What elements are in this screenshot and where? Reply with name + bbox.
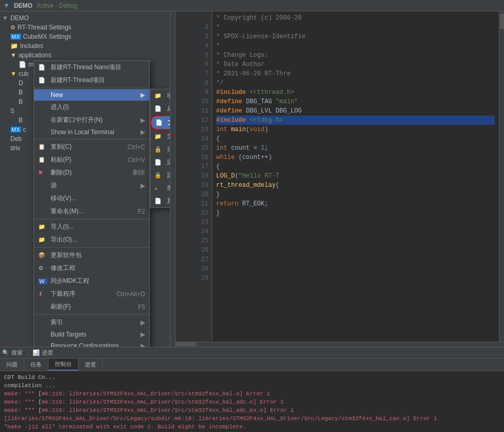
menu-item-modify-project[interactable]: ⚙ 修改工程 [34,262,149,275]
menu-separator-3 [34,219,149,219]
code-line: { [216,162,495,171]
app-window: ▼ DEMO Active - Debug ▼ DEMO ⚙ RT-Thread… [0,0,504,432]
submenu-label: 类 [167,184,170,193]
menu-label: New [51,91,63,99]
menu-item-new[interactable]: New ▶ [34,89,149,101]
h-scrollbar-thumb[interactable] [176,342,196,346]
bottom-area: 🔍 搜索 | 📊 进度 问题 任务 控制台 进度 CDT Build Co...… [0,347,504,432]
tree-item-demo[interactable]: ▼ DEMO [0,13,170,23]
menu-item-download[interactable]: ⬇ 下载程序 Ctrl+Alt+D [34,287,149,300]
menu-item-new-rt[interactable]: 📄 新建RT-Thread项目 [34,74,149,87]
line-numbers: 2 3 4 5 6 7 8 9 10 11 12 13 14 15 16 17 … [176,11,212,342]
menu-label: 删除(D) [51,168,72,177]
submenu-label: 源文件 [167,158,170,167]
submenu-label: 其他(O)... [167,197,170,205]
scrollbar-thumb[interactable] [500,13,504,29]
code-line-delay: rt_thread_mdelay( [216,181,495,190]
code-line-count: int count = 1; [216,143,495,153]
progress-label: 进度 [42,349,53,357]
console-line-error: make: *** [mk:216: libraries/STM32F4xx_H… [4,406,500,414]
tree-item-includes[interactable]: 📁 Includes [0,41,170,51]
copy-icon: 📋 [38,143,48,150]
pkg-icon: 📦 [38,252,48,259]
menu-item-sync-mdk[interactable]: W 同步MDK工程 [34,275,149,287]
menu-item-resource-config[interactable]: Resource Configurations ▶ [34,340,149,347]
tree-item-applications[interactable]: ▼ applications [0,51,170,60]
progress-icon: 📊 [33,349,40,356]
submenu-label: 文件夹 [167,132,170,141]
search-icon: 🔍 [2,349,9,356]
menu-shortcut: Ctrl+Alt+D [112,291,145,298]
submenu-item-source-folder[interactable]: 🔒 源文件夹 [150,169,170,182]
submenu-label: 从模板创建文件 [167,104,170,113]
console-line-error: "make -j12 all" terminated with exit cod… [4,423,500,431]
menu-item-refresh[interactable]: 刷新(F) F5 [34,300,149,313]
menu-item-move[interactable]: 移动(V)... [34,192,149,205]
tab-tasks[interactable]: 任务 [24,359,49,371]
mx-icon: MX [10,126,21,133]
tab-progress[interactable]: 进度 [78,359,103,371]
menu-label: 同步MDK工程 [51,277,89,285]
menu-item-index[interactable]: 索引 ▶ [34,316,149,329]
submenu-item-from-template[interactable]: 📄 从模板创建文件 [150,102,170,115]
arrow-icon: ▶ [140,91,145,99]
menu-item-export[interactable]: 📁 导出(O)... [34,233,149,246]
sidebar-scrollbar[interactable] [170,11,176,347]
code-line: * 2021-06-20 RT-Thre [216,69,495,78]
submenu-item-header[interactable]: 🔒 头文件 [150,143,170,156]
code-line: * Change Logs: [216,51,495,60]
project-icon: ▼ [3,2,10,9]
menu-item-delete[interactable]: ✖ 删除(D) 删除 [34,166,149,179]
console-line: compilation ... [4,381,500,390]
tree-label: driv [10,145,20,152]
code-scrollbar-v[interactable] [499,11,504,342]
arrow-icon: ▶ [140,182,145,189]
submenu-item-other[interactable]: 📄 其他(O)... Ctrl+N [150,195,170,207]
menu-label: Show in Local Terminal [51,129,114,136]
submenu-item-class[interactable]: ● 类 [150,182,170,195]
project-sub-icon: 📁 [154,92,164,99]
menu-item-source[interactable]: 源 ▶ [34,179,149,192]
menu-label: Resource Configurations [51,342,119,347]
submenu-label: 源文件夹 [167,171,170,180]
menu-item-open-new-window[interactable]: 在新窗口中打开(N) ▶ [34,114,149,126]
menu-item-update-pkg[interactable]: 📦 更新软件包 [34,249,149,262]
tree-label: Includes [20,42,43,50]
menu-label: 索引 [51,318,63,327]
menu-item-rename[interactable]: 重命名(M)... F2 [34,205,149,218]
word-icon: W [38,278,48,284]
menu-item-build-targets[interactable]: Build Targets ▶ [34,329,149,340]
code-line-include-rt: #include <rtthread.h> [216,88,495,97]
submenu-item-project[interactable]: 📁 项目(R)... [150,89,170,102]
menu-item-new-nano[interactable]: 📄 新建RT-Thread Nano项目 [34,61,149,74]
code-scrollbar-h[interactable] [176,342,504,347]
tree-item-cubemx[interactable]: MX CubeMX Settings [0,32,170,41]
menu-item-paste[interactable]: 📋 粘贴(P) Ctrl+V [34,153,149,166]
menu-shortcut: Ctrl+C [112,143,145,151]
menu-item-show-local-terminal[interactable]: Show in Local Terminal ▶ [34,126,149,138]
tab-label: 问题 [6,361,18,369]
tab-problems[interactable]: 问题 [0,359,24,371]
menu-separator-4 [34,247,149,248]
tab-label: 任务 [30,361,42,369]
menu-label: 新建RT-Thread项目 [51,76,105,85]
new-nano-icon: 📄 [38,64,48,71]
submenu-item-folder[interactable]: 📁 文件夹 [150,130,170,143]
menu-label: 进入(I) [51,103,69,111]
menu-item-copy[interactable]: 📋 复制(C) Ctrl+C [34,140,149,153]
menu-item-enter[interactable]: 进入(I) [34,101,149,114]
search-label: 搜索 [11,349,23,357]
submenu-item-source-file[interactable]: 📄 源文件 [150,156,170,169]
import-icon: 📁 [38,223,48,230]
menu-label: 导出(O)... [51,235,77,244]
header-icon: 🔒 [154,146,164,153]
folder-sub-icon: 📁 [154,133,164,140]
menu-label: 在新窗口中打开(N) [51,116,103,124]
tree-item-rt-settings[interactable]: ⚙ RT-Thread Settings [0,23,170,32]
menu-label: 刷新(F) [51,302,71,311]
menu-item-import[interactable]: 📁 导入(I)... [34,220,149,233]
submenu-item-file[interactable]: 📄 文件 [150,115,170,130]
tab-console[interactable]: 控制台 [49,359,78,371]
project-status: Active - Debug [37,2,77,9]
sidebar: ▼ DEMO ⚙ RT-Thread Settings MX CubeMX Se… [0,11,170,347]
